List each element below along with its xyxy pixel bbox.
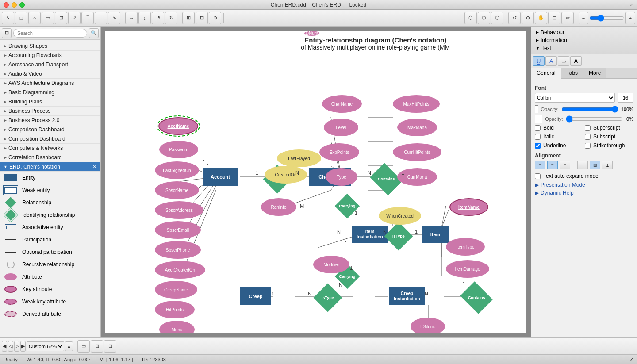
diagram-canvas[interactable]: Entity-relationship diagram (Chen's nota…: [105, 31, 526, 333]
text-underline-tool[interactable]: U̲: [533, 56, 545, 66]
attr-creepname[interactable]: CreepName: [155, 281, 197, 299]
attr-currhitpoints[interactable]: CurrHitPoints: [393, 143, 441, 161]
attr-mona[interactable]: Mona: [159, 321, 195, 333]
attr-sbscremail[interactable]: SbscrEmail: [155, 221, 201, 239]
sidebar-item-audio-video[interactable]: ▶ Audio & Video: [0, 69, 100, 79]
sidebar-item-correlation-dashboard[interactable]: ▶ Correlation Dashboard: [0, 153, 100, 162]
multi-page-btn[interactable]: ⊞: [91, 340, 103, 353]
group-btn[interactable]: ⊞: [182, 12, 195, 24]
sidebar-item-accounting[interactable]: ▶ Accounting Flowcharts: [0, 51, 100, 60]
sidebar-item-erd-chen[interactable]: ▼ ERD, Chen's notation ✕: [0, 162, 100, 172]
ungroup-btn[interactable]: ⊡: [196, 12, 208, 24]
close-button[interactable]: [4, 2, 9, 8]
select-tool[interactable]: ↖: [2, 12, 14, 24]
bold-checkbox[interactable]: [535, 125, 541, 131]
subscript-checkbox[interactable]: [585, 134, 591, 140]
sidebar-item-basic-diagramming[interactable]: ▶ Basic Diagramming: [0, 88, 100, 97]
minimize-button[interactable]: [12, 2, 17, 8]
font-family-select[interactable]: Calibri Arial Times New Roman Helvetica: [535, 93, 615, 103]
attr-itemname[interactable]: ItemName: [449, 198, 488, 216]
autoexpand-checkbox[interactable]: [535, 173, 541, 179]
rotate-right[interactable]: ↻: [165, 12, 177, 24]
presentation-mode-link[interactable]: ▶ Presentation Mode: [535, 181, 633, 189]
color-swatch2[interactable]: [535, 115, 542, 123]
tab-more[interactable]: More: [583, 68, 606, 78]
attr-lastplayed[interactable]: LastPlayed: [277, 149, 321, 167]
font-size-input[interactable]: [618, 93, 633, 103]
zoom-select[interactable]: Custom 62% 50% 75% 100% 150%: [27, 341, 64, 351]
search-btn[interactable]: 🔍: [89, 28, 99, 38]
fit-page-btn[interactable]: ⬡: [464, 12, 477, 24]
entity-item[interactable]: Item: [422, 226, 449, 243]
sidebar-item-comparison-dashboard[interactable]: ▶ Comparison Dashboard: [0, 125, 100, 134]
text-tool[interactable]: ▭: [42, 12, 54, 24]
table-tool[interactable]: ⊞: [55, 12, 67, 24]
attr-sbscrphone[interactable]: SbscrPhone: [155, 241, 201, 259]
rect-tool[interactable]: □: [15, 12, 27, 24]
search-input[interactable]: [13, 29, 87, 38]
opacity-slider2[interactable]: [566, 115, 623, 123]
align-right-btn[interactable]: ≡: [560, 161, 570, 169]
sidebar-item-aerospace[interactable]: ▶ Aerospace and Transport: [0, 60, 100, 69]
zoom-in-btn[interactable]: ⊕: [522, 12, 534, 24]
text-color-tool[interactable]: A: [545, 56, 557, 66]
text-section[interactable]: ▼ Text: [534, 44, 634, 52]
entity-creep-instantiation[interactable]: Creep Instantiation: [389, 287, 425, 305]
relationship-istype-creep[interactable]: IsType: [313, 283, 342, 312]
attr-acctcreatedon[interactable]: AcctCreatedOn: [155, 261, 205, 279]
pencil-btn[interactable]: ✏: [561, 12, 574, 24]
shape-weak-entity[interactable]: Weak entity: [0, 184, 100, 196]
text-bg-tool[interactable]: ▭: [558, 56, 569, 66]
sidebar-item-building-plans[interactable]: ▶ Building Plans: [0, 97, 100, 107]
information-section[interactable]: ▶ Information: [534, 36, 634, 44]
superscript-checkbox[interactable]: [585, 125, 591, 131]
tab-tabs[interactable]: Tabs: [561, 68, 583, 78]
refresh-btn[interactable]: ↺: [508, 12, 521, 24]
attr-password[interactable]: Password: [159, 141, 198, 158]
color-swatch1[interactable]: [535, 105, 538, 113]
hand-tool[interactable]: ✋: [535, 12, 547, 24]
shape-derived-attribute[interactable]: Derived attribute: [0, 308, 100, 320]
attr-itemtype[interactable]: ItemType: [446, 238, 485, 256]
prev-page-btn[interactable]: ◁: [8, 341, 13, 352]
fit-width-btn[interactable]: ⬡: [491, 12, 503, 24]
scroll-right-btn[interactable]: ▶: [20, 341, 26, 352]
bezier-tool[interactable]: ∿: [108, 12, 120, 24]
shape-attribute[interactable]: Attribute: [0, 271, 100, 283]
layer-btn[interactable]: ⊕: [209, 12, 221, 24]
valign-top-btn[interactable]: ⊤: [577, 161, 588, 169]
sidebar-item-business-process[interactable]: ▶ Business Process: [0, 107, 100, 116]
grid-btn[interactable]: ⊟: [104, 340, 116, 353]
flip-v[interactable]: ↕: [138, 12, 151, 24]
curved-tool[interactable]: ⌒: [81, 12, 94, 24]
entity-account[interactable]: Account: [203, 168, 238, 186]
shape-identifying-relationship[interactable]: Identifying relationship: [0, 209, 100, 221]
opacity-slider1[interactable]: [561, 106, 618, 113]
single-page-btn[interactable]: ▭: [77, 340, 90, 353]
attr-charname[interactable]: CharName: [322, 95, 362, 113]
italic-checkbox[interactable]: [535, 134, 541, 140]
print-btn[interactable]: ⊟: [548, 12, 560, 24]
sidebar-item-business-process-20[interactable]: ▶ Business Process 2.0: [0, 116, 100, 125]
attr-acctname[interactable]: AcctName: [158, 117, 198, 135]
zoom-out-icon[interactable]: −: [579, 12, 588, 24]
attr-exppoints[interactable]: ExpPoints: [319, 143, 359, 161]
attr-sbscrname[interactable]: SbscrName: [155, 181, 199, 199]
attr-raninfo[interactable]: RanInfo: [261, 198, 296, 216]
align-left-btn[interactable]: ≡: [535, 161, 545, 169]
next-page-btn[interactable]: ▷: [14, 341, 19, 352]
scroll-left-btn[interactable]: ◀: [2, 341, 7, 352]
text-font-tool[interactable]: A: [570, 56, 582, 66]
expand-icon[interactable]: ⤢: [629, 356, 633, 362]
maximize-icon[interactable]: ⤢: [630, 2, 633, 7]
dynamic-help-link[interactable]: ▶ Dynamic Help: [535, 189, 633, 197]
line-tool[interactable]: —: [95, 12, 107, 24]
attr-last-signed-on[interactable]: LastSignedOn: [155, 161, 199, 179]
conn-tool[interactable]: ↗: [68, 12, 81, 24]
attr-itemdamage[interactable]: ItemDamage: [446, 260, 489, 278]
shape-key-attribute[interactable]: Key attribute: [0, 283, 100, 295]
attr-maxhitpoints[interactable]: MaxHitPoints: [393, 95, 440, 113]
attr-sbscraddress[interactable]: SbscrAddress: [155, 201, 203, 219]
attr-createdon[interactable]: CreatedOn: [265, 166, 307, 184]
relationship-contains2[interactable]: Contains: [460, 281, 493, 314]
